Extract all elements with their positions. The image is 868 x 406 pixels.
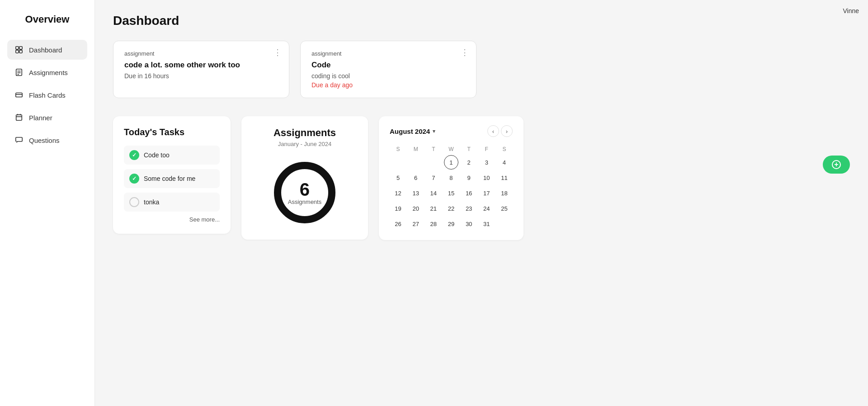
calendar-day[interactable]: 25 bbox=[497, 201, 511, 216]
calendar-day[interactable]: 9 bbox=[462, 170, 476, 185]
card-due-1: Due in 16 hours bbox=[124, 72, 278, 80]
main-content: Vinne Dashboard assignment code a lot. s… bbox=[95, 0, 868, 406]
calendar-day[interactable]: 29 bbox=[444, 217, 458, 231]
assignments-icon bbox=[14, 68, 24, 77]
calendar-day[interactable]: 12 bbox=[391, 186, 406, 200]
sidebar-item-assignments[interactable]: Assignments bbox=[7, 62, 87, 82]
card-title-2: Code bbox=[311, 61, 465, 70]
task-item-1[interactable]: Code too bbox=[124, 146, 220, 165]
sidebar-item-dashboard[interactable]: Dashboard bbox=[7, 40, 87, 60]
calendar-empty-cell bbox=[425, 155, 442, 170]
task-item-3[interactable]: tonka bbox=[124, 193, 220, 212]
calendar-empty-cell bbox=[407, 155, 424, 170]
plus-icon: + bbox=[832, 160, 841, 169]
task-label-1: Code too bbox=[144, 151, 170, 159]
assignments-donut-card: Assignments January - June 2024 6 Assign… bbox=[241, 116, 368, 240]
see-more-link[interactable]: See more... bbox=[124, 216, 220, 223]
calendar-day-header: F bbox=[478, 144, 495, 154]
card-subtitle-2: coding is cool bbox=[311, 72, 465, 80]
sidebar-label-questions: Questions bbox=[29, 137, 60, 144]
donut-chart: 6 Assignments bbox=[269, 156, 341, 229]
task-label-3: tonka bbox=[144, 198, 159, 206]
calendar-prev-button[interactable]: ‹ bbox=[487, 125, 499, 137]
calendar-day[interactable]: 31 bbox=[479, 217, 494, 231]
calendar-day[interactable]: 24 bbox=[479, 201, 494, 216]
card-type-1: assignment bbox=[124, 50, 278, 57]
calendar-day-header: M bbox=[407, 144, 424, 154]
calendar-day[interactable]: 20 bbox=[409, 201, 423, 216]
flashcards-icon bbox=[14, 90, 24, 99]
add-button[interactable]: + bbox=[823, 156, 850, 174]
top-bar-username: Vinne bbox=[843, 7, 859, 14]
assignment-card-2: assignment Code coding is cool Due a day… bbox=[300, 41, 476, 98]
calendar-day[interactable]: 17 bbox=[479, 186, 494, 200]
calendar-day[interactable]: 8 bbox=[444, 170, 458, 185]
donut-center: 6 Assignments bbox=[288, 180, 321, 205]
calendar-day-header: W bbox=[443, 144, 459, 154]
calendar-day[interactable]: 10 bbox=[479, 170, 494, 185]
calendar-day[interactable]: 23 bbox=[462, 201, 476, 216]
assignment-cards-row: assignment code a lot. some other work t… bbox=[113, 41, 850, 98]
task-check-1[interactable] bbox=[129, 150, 139, 160]
calendar-day[interactable]: 13 bbox=[409, 186, 423, 200]
calendar-header: August 2024 ▾ ‹ › bbox=[390, 125, 513, 137]
assignments-period: January - June 2024 bbox=[278, 141, 332, 147]
calendar-day[interactable]: 15 bbox=[444, 186, 458, 200]
calendar-day[interactable]: 11 bbox=[497, 170, 511, 185]
calendar-day[interactable]: 1 bbox=[444, 155, 458, 170]
svg-rect-1 bbox=[19, 47, 22, 49]
calendar-day[interactable]: 19 bbox=[391, 201, 406, 216]
sidebar-item-planner[interactable]: Planner bbox=[7, 108, 87, 127]
card-menu-2[interactable]: ⋮ bbox=[461, 47, 469, 57]
donut-label: Assignments bbox=[288, 198, 321, 205]
calendar-day[interactable]: 27 bbox=[409, 217, 423, 231]
calendar-day[interactable]: 2 bbox=[462, 155, 476, 170]
calendar-day[interactable]: 22 bbox=[444, 201, 458, 216]
calendar-day[interactable]: 3 bbox=[479, 155, 494, 170]
calendar-day[interactable]: 21 bbox=[426, 201, 441, 216]
sidebar-label-assignments: Assignments bbox=[29, 69, 68, 76]
tasks-card: Today's Tasks Code too Some code for me … bbox=[113, 116, 231, 234]
calendar-day[interactable]: 6 bbox=[409, 170, 423, 185]
sidebar: Overview Dashboard Assignments bbox=[0, 0, 95, 406]
calendar-day[interactable]: 14 bbox=[426, 186, 441, 200]
donut-number: 6 bbox=[288, 180, 321, 198]
card-menu-1[interactable]: ⋮ bbox=[274, 47, 282, 57]
calendar-next-button[interactable]: › bbox=[501, 125, 513, 137]
calendar-grid: SMTWTFS123456789101112131415161718192021… bbox=[390, 144, 513, 231]
grid-icon bbox=[14, 45, 24, 54]
svg-rect-8 bbox=[16, 93, 22, 97]
calendar-day[interactable]: 4 bbox=[497, 155, 511, 170]
svg-rect-0 bbox=[16, 47, 19, 49]
calendar-nav: ‹ › bbox=[487, 125, 513, 137]
calendar-day[interactable]: 26 bbox=[391, 217, 406, 231]
bottom-row: Today's Tasks Code too Some code for me … bbox=[113, 116, 850, 240]
calendar-day-header: T bbox=[461, 144, 477, 154]
calendar-day-header: S bbox=[390, 144, 406, 154]
task-check-3[interactable] bbox=[129, 197, 139, 207]
calendar-dropdown-icon[interactable]: ▾ bbox=[433, 128, 435, 134]
sidebar-item-questions[interactable]: Questions bbox=[7, 130, 87, 150]
calendar-month: August 2024 ▾ bbox=[390, 127, 435, 135]
calendar-day[interactable]: 16 bbox=[462, 186, 476, 200]
svg-rect-2 bbox=[16, 50, 19, 53]
task-label-2: Some code for me bbox=[144, 175, 195, 182]
task-item-2[interactable]: Some code for me bbox=[124, 169, 220, 188]
sidebar-label-flashcards: Flash Cards bbox=[29, 91, 66, 99]
sidebar-item-flashcards[interactable]: Flash Cards bbox=[7, 85, 87, 105]
calendar-day[interactable]: 5 bbox=[391, 170, 406, 185]
calendar-day[interactable]: 28 bbox=[426, 217, 441, 231]
calendar-day-header: S bbox=[496, 144, 513, 154]
questions-icon bbox=[14, 136, 24, 145]
calendar-day[interactable]: 30 bbox=[462, 217, 476, 231]
calendar-day[interactable]: 7 bbox=[426, 170, 441, 185]
task-check-2[interactable] bbox=[129, 174, 139, 184]
sidebar-title: Overview bbox=[7, 14, 87, 25]
sidebar-label-dashboard: Dashboard bbox=[29, 46, 62, 54]
svg-rect-10 bbox=[16, 115, 22, 121]
card-type-2: assignment bbox=[311, 50, 465, 57]
calendar-day[interactable]: 18 bbox=[497, 186, 511, 200]
card-due-2: Due a day ago bbox=[311, 81, 465, 89]
calendar-day-header: T bbox=[425, 144, 442, 154]
page-title: Dashboard bbox=[113, 14, 850, 28]
